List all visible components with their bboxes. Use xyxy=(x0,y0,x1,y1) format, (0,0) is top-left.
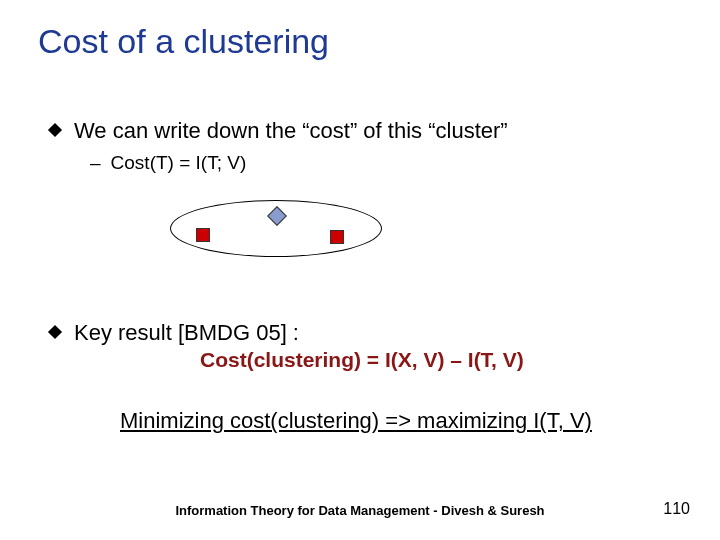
subbullet-text: Cost(T) = I(T; V) xyxy=(111,152,247,173)
bullet-cost-definition: We can write down the “cost” of this “cl… xyxy=(50,118,508,144)
dash-icon: – xyxy=(90,152,101,173)
minimizing-statement: Minimizing cost(clustering) => maximizin… xyxy=(120,408,592,434)
formula-cost-clustering: Cost(clustering) = I(X, V) – I(T, V) xyxy=(200,348,524,372)
bullet-icon xyxy=(48,325,62,339)
cluster-figure xyxy=(170,200,380,255)
footer-text: Information Theory for Data Management -… xyxy=(0,503,720,518)
slide-title: Cost of a clustering xyxy=(38,22,329,61)
slide: Cost of a clustering We can write down t… xyxy=(0,0,720,540)
page-number: 110 xyxy=(663,500,690,518)
red-square-2 xyxy=(330,230,344,244)
bullet-text: We can write down the “cost” of this “cl… xyxy=(74,118,508,143)
subbullet-cost-formula: –Cost(T) = I(T; V) xyxy=(90,152,246,174)
bullet-key-result: Key result [BMDG 05] : xyxy=(50,320,299,346)
red-square-1 xyxy=(196,228,210,242)
bullet-icon xyxy=(48,123,62,137)
bullet-text: Key result [BMDG 05] : xyxy=(74,320,299,345)
